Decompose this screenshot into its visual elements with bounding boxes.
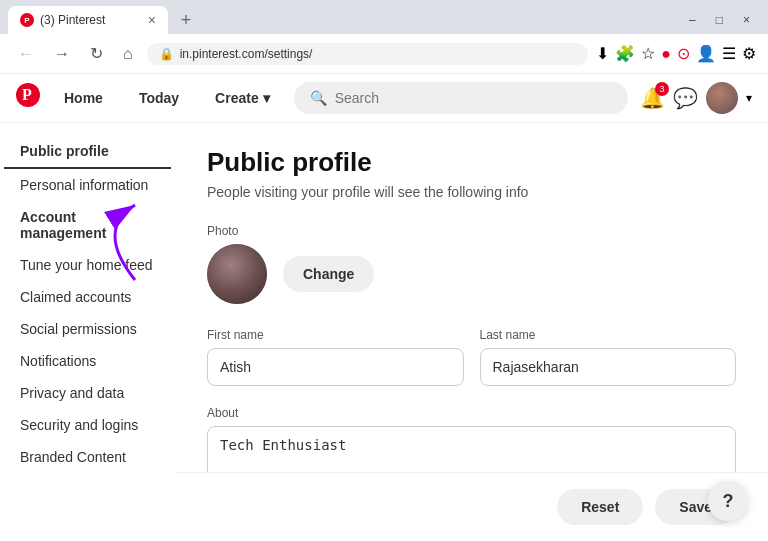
profile-photo bbox=[207, 244, 267, 304]
back-button[interactable]: ← bbox=[12, 41, 40, 67]
window-controls: – □ × bbox=[683, 11, 760, 29]
about-label: About bbox=[207, 406, 736, 420]
pinterest-logo[interactable]: P bbox=[16, 83, 40, 113]
last-name-input[interactable] bbox=[480, 348, 737, 386]
photo-label: Photo bbox=[207, 224, 736, 238]
tab-close-button[interactable]: × bbox=[148, 12, 156, 28]
sidebar-item-notifications[interactable]: Notifications bbox=[4, 345, 171, 377]
star-icon[interactable]: ☆ bbox=[641, 44, 655, 63]
change-photo-button[interactable]: Change bbox=[283, 256, 374, 292]
svg-text:P: P bbox=[22, 86, 32, 103]
sidebar-item-personal-information[interactable]: Personal information bbox=[4, 169, 171, 201]
last-name-label: Last name bbox=[480, 328, 737, 342]
main-panel: Public profile People visiting your prof… bbox=[175, 123, 768, 541]
profile-icon[interactable]: 👤 bbox=[696, 44, 716, 63]
sidebar-item-claimed-accounts[interactable]: Claimed accounts bbox=[4, 281, 171, 313]
app-layout: P (3) Pinterest × + – □ × ← → ↻ ⌂ 🔒 in.p… bbox=[0, 0, 768, 541]
account-chevron-icon[interactable]: ▾ bbox=[746, 91, 752, 105]
sidebar-item-public-profile[interactable]: Public profile bbox=[4, 135, 171, 169]
user-avatar[interactable] bbox=[706, 82, 738, 114]
sidebar-item-account-management[interactable]: Account management bbox=[4, 201, 171, 249]
header-icons: 🔔 3 💬 ▾ bbox=[640, 82, 752, 114]
last-name-field: Last name bbox=[480, 328, 737, 386]
active-tab[interactable]: P (3) Pinterest × bbox=[8, 6, 168, 34]
forward-button[interactable]: → bbox=[48, 41, 76, 67]
help-button[interactable]: ? bbox=[708, 481, 748, 521]
sidebar: Public profile Personal information Acco… bbox=[0, 123, 175, 541]
page-title: Public profile bbox=[207, 147, 736, 178]
avatar-inner bbox=[207, 244, 267, 304]
today-nav-link[interactable]: Today bbox=[127, 82, 191, 114]
close-button[interactable]: × bbox=[737, 11, 756, 29]
about-section: About Tech Enthusiast bbox=[207, 406, 736, 472]
first-name-input[interactable] bbox=[207, 348, 464, 386]
search-bar[interactable]: 🔍 bbox=[294, 82, 628, 114]
notification-bell[interactable]: 🔔 3 bbox=[640, 86, 665, 110]
reset-button[interactable]: Reset bbox=[557, 489, 643, 525]
sidebar-item-tune-home[interactable]: Tune your home feed bbox=[4, 249, 171, 281]
messages-icon[interactable]: 💬 bbox=[673, 86, 698, 110]
sidebar-item-privacy-data[interactable]: Privacy and data bbox=[4, 377, 171, 409]
about-input[interactable]: Tech Enthusiast bbox=[207, 426, 736, 472]
sidebar-item-security-logins[interactable]: Security and logins bbox=[4, 409, 171, 441]
pocket-icon[interactable]: ● bbox=[661, 45, 671, 63]
firefox-icon[interactable]: ⊙ bbox=[677, 44, 690, 63]
sidebar-item-social-permissions[interactable]: Social permissions bbox=[4, 313, 171, 345]
tab-bar: P (3) Pinterest × + – □ × bbox=[0, 0, 768, 34]
name-row: First name Last name bbox=[207, 328, 736, 386]
page-subtitle: People visiting your profile will see th… bbox=[207, 184, 736, 200]
footer-actions: Reset Save bbox=[175, 472, 768, 541]
refresh-button[interactable]: ↻ bbox=[84, 40, 109, 67]
maximize-button[interactable]: □ bbox=[710, 11, 729, 29]
menu-icon[interactable]: ☰ bbox=[722, 44, 736, 63]
pinterest-header: P Home Today Create ▾ 🔍 🔔 3 💬 ▾ bbox=[0, 74, 768, 123]
downloads-icon[interactable]: ⬇ bbox=[596, 44, 609, 63]
search-input[interactable] bbox=[335, 90, 612, 106]
content-scroll: Public profile People visiting your prof… bbox=[175, 123, 768, 472]
first-name-label: First name bbox=[207, 328, 464, 342]
address-bar[interactable]: 🔒 in.pinterest.com/settings/ bbox=[147, 43, 589, 65]
notification-badge: 3 bbox=[655, 82, 669, 96]
home-nav-link[interactable]: Home bbox=[52, 82, 115, 114]
search-icon: 🔍 bbox=[310, 90, 327, 106]
avatar-image bbox=[706, 82, 738, 114]
tab-title: (3) Pinterest bbox=[40, 13, 142, 27]
tab-favicon: P bbox=[20, 13, 34, 27]
home-button[interactable]: ⌂ bbox=[117, 41, 139, 67]
create-button[interactable]: Create ▾ bbox=[203, 82, 282, 114]
content-area: Public profile Personal information Acco… bbox=[0, 123, 768, 541]
sidebar-item-branded-content[interactable]: Branded Content bbox=[4, 441, 171, 473]
extensions-icon[interactable]: 🧩 bbox=[615, 44, 635, 63]
browser-nav-icons: ⬇ 🧩 ☆ ● ⊙ 👤 ☰ ⚙ bbox=[596, 44, 756, 63]
minimize-button[interactable]: – bbox=[683, 11, 702, 29]
photo-row: Change bbox=[207, 244, 736, 304]
first-name-field: First name bbox=[207, 328, 464, 386]
nav-bar: ← → ↻ ⌂ 🔒 in.pinterest.com/settings/ ⬇ 🧩… bbox=[0, 34, 768, 74]
settings-icon[interactable]: ⚙ bbox=[742, 44, 756, 63]
chevron-down-icon: ▾ bbox=[263, 90, 270, 106]
url-display: in.pinterest.com/settings/ bbox=[180, 47, 313, 61]
photo-section: Photo Change bbox=[207, 224, 736, 304]
new-tab-button[interactable]: + bbox=[172, 6, 200, 34]
